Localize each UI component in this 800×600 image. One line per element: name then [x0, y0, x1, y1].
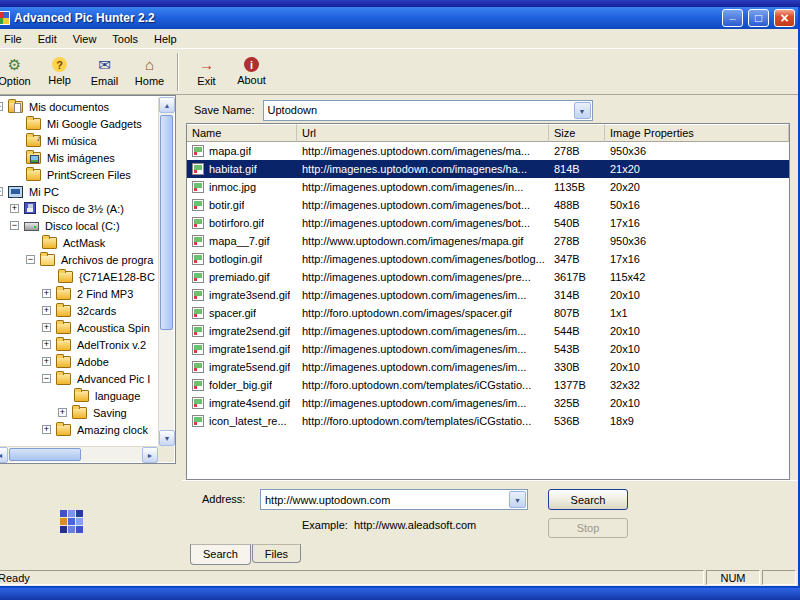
- tab-files[interactable]: Files: [252, 544, 301, 563]
- table-row[interactable]: mapa__7.gifhttp://www.uptodown.com/image…: [187, 232, 789, 250]
- scroll-down-icon[interactable]: ▼: [159, 430, 175, 446]
- tree-item-label: Amazing clock: [75, 423, 150, 437]
- toolbar-button-label: Email: [91, 75, 119, 87]
- tab-search[interactable]: Search: [190, 544, 251, 565]
- table-row[interactable]: spacer.gifhttp://foro.uptodown.com/image…: [187, 304, 789, 322]
- table-row[interactable]: folder_big.gifhttp://foro.uptodown.com/t…: [187, 376, 789, 394]
- table-row[interactable]: imgrate5send.gifhttp://imagenes.uptodown…: [187, 358, 789, 376]
- image-file-icon: [192, 397, 204, 409]
- expand-plus-icon[interactable]: +: [42, 357, 51, 366]
- tree-item[interactable]: Mis imágenes: [0, 149, 158, 166]
- cell-image-properties: 1x1: [605, 304, 633, 322]
- table-row[interactable]: icon_latest_re...http://foro.uptodown.co…: [187, 412, 789, 430]
- table-row[interactable]: inmoc.jpghttp://imagenes.uptodown.com/im…: [187, 178, 789, 196]
- expand-plus-icon[interactable]: +: [42, 289, 51, 298]
- image-file-icon: [192, 145, 204, 157]
- tree-item[interactable]: −Mis documentos: [0, 98, 158, 115]
- collapse-minus-icon[interactable]: −: [0, 187, 3, 196]
- tree-item[interactable]: +Amazing clock: [0, 421, 158, 438]
- file-name: inmoc.jpg: [209, 181, 256, 193]
- folder-tree[interactable]: −Mis documentosMi Google GadgetsMi músic…: [0, 95, 176, 464]
- horizontal-scroll-thumb[interactable]: [9, 448, 81, 461]
- tree-item[interactable]: +32cards: [0, 302, 158, 319]
- menu-item-edit[interactable]: Edit: [30, 30, 65, 48]
- tree-item[interactable]: −Archivos de progra: [0, 251, 158, 268]
- cell-size: 543B: [549, 340, 605, 358]
- address-combobox[interactable]: http://www.uptodown.com: [260, 489, 528, 510]
- table-row[interactable]: mapa.gifhttp://imagenes.uptodown.com/ima…: [187, 142, 789, 160]
- maximize-button[interactable]: [748, 9, 769, 27]
- vertical-scroll-thumb[interactable]: [160, 115, 173, 330]
- collapse-minus-icon[interactable]: −: [0, 102, 3, 111]
- table-row[interactable]: botirforo.gifhttp://imagenes.uptodown.co…: [187, 214, 789, 232]
- column-header-name[interactable]: Name: [187, 124, 297, 142]
- search-button[interactable]: Search: [548, 489, 628, 510]
- tree-item[interactable]: −Mi PC: [0, 183, 158, 200]
- options-button[interactable]: ⚙Option: [0, 51, 37, 93]
- about-button[interactable]: iAbout: [229, 51, 274, 93]
- tree-item-label: Adobe: [75, 355, 111, 369]
- tree-item[interactable]: +AdelTronix v.2: [0, 336, 158, 353]
- table-row[interactable]: imgrate2send.gifhttp://imagenes.uptodown…: [187, 322, 789, 340]
- stop-button[interactable]: Stop: [548, 518, 628, 538]
- email-button[interactable]: ✉Email: [82, 51, 127, 93]
- table-row[interactable]: habitat.gifhttp://imagenes.uptodown.com/…: [187, 160, 789, 178]
- home-icon: ⌂: [142, 56, 157, 73]
- cell-url: http://imagenes.uptodown.com/imagenes/bo…: [297, 250, 549, 268]
- minimize-button[interactable]: [722, 9, 743, 27]
- table-row[interactable]: imgrate3send.gifhttp://imagenes.uptodown…: [187, 286, 789, 304]
- close-button[interactable]: [774, 9, 795, 27]
- expand-plus-icon[interactable]: +: [42, 323, 51, 332]
- tree-item[interactable]: ActMask: [0, 234, 158, 251]
- menu-item-view[interactable]: View: [65, 30, 105, 48]
- tree-horizontal-scrollbar[interactable]: ◄ ►: [0, 446, 158, 462]
- tree-item[interactable]: language: [0, 387, 158, 404]
- tree-item[interactable]: +Adobe: [0, 353, 158, 370]
- column-header-image-properties[interactable]: Image Properties: [605, 124, 789, 142]
- tree-item[interactable]: +Saving: [0, 404, 158, 421]
- tree-item[interactable]: −Advanced Pic I: [0, 370, 158, 387]
- exit-button[interactable]: →Exit: [184, 51, 229, 93]
- tree-item[interactable]: Mi música: [0, 132, 158, 149]
- table-row[interactable]: botir.gifhttp://imagenes.uptodown.com/im…: [187, 196, 789, 214]
- collapse-minus-icon[interactable]: −: [10, 221, 19, 230]
- expand-plus-icon[interactable]: +: [42, 340, 51, 349]
- save-name-combobox[interactable]: Uptodown: [263, 100, 593, 121]
- tree-item-label: Mis documentos: [27, 100, 111, 114]
- tree-item[interactable]: −Disco local (C:): [0, 217, 158, 234]
- tree-item[interactable]: +Acoustica Spin: [0, 319, 158, 336]
- menu-item-file[interactable]: File: [0, 30, 30, 48]
- table-row[interactable]: premiado.gifhttp://imagenes.uptodown.com…: [187, 268, 789, 286]
- main-content: −Mis documentosMi Google GadgetsMi músic…: [0, 95, 798, 568]
- table-row[interactable]: botlogin.gifhttp://imagenes.uptodown.com…: [187, 250, 789, 268]
- scroll-left-icon[interactable]: ◄: [0, 447, 8, 463]
- collapse-minus-icon[interactable]: −: [26, 255, 35, 264]
- table-row[interactable]: imgrate4send.gifhttp://imagenes.uptodown…: [187, 394, 789, 412]
- collapse-minus-icon[interactable]: −: [42, 374, 51, 383]
- expand-plus-icon[interactable]: +: [10, 204, 19, 213]
- expand-plus-icon[interactable]: +: [42, 306, 51, 315]
- chevron-down-icon[interactable]: [509, 491, 526, 508]
- home-button[interactable]: ⌂Home: [127, 51, 172, 93]
- scroll-right-icon[interactable]: ►: [142, 447, 158, 463]
- tree-vertical-scrollbar[interactable]: ▲ ▼: [158, 97, 174, 446]
- toolbar-button-label: About: [237, 74, 266, 86]
- expand-plus-icon[interactable]: +: [58, 408, 67, 417]
- column-header-url[interactable]: Url: [297, 124, 549, 142]
- tree-item[interactable]: +2 Find MP3: [0, 285, 158, 302]
- tree-item[interactable]: PrintScreen Files: [0, 166, 158, 183]
- expand-plus-icon[interactable]: +: [42, 425, 51, 434]
- help-button[interactable]: ?Help: [37, 51, 82, 93]
- column-header-size[interactable]: Size: [549, 124, 605, 142]
- title-bar[interactable]: Advanced Pic Hunter 2.2: [0, 7, 798, 29]
- table-row[interactable]: imgrate1send.gifhttp://imagenes.uptodown…: [187, 340, 789, 358]
- tree-item[interactable]: {C71AE128-BC: [0, 268, 158, 285]
- cell-url: http://imagenes.uptodown.com/imagenes/im…: [297, 322, 549, 340]
- menu-item-tools[interactable]: Tools: [104, 30, 146, 48]
- taskbar[interactable]: [0, 588, 800, 600]
- menu-item-help[interactable]: Help: [146, 30, 185, 48]
- scroll-up-icon[interactable]: ▲: [159, 97, 175, 113]
- tree-item[interactable]: +Disco de 3½ (A:): [0, 200, 158, 217]
- chevron-down-icon[interactable]: [574, 102, 591, 119]
- tree-item[interactable]: Mi Google Gadgets: [0, 115, 158, 132]
